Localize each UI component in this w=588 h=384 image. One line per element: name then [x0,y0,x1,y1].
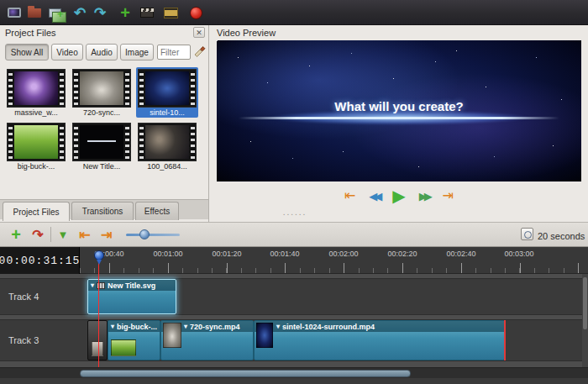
timeline-horizontal-scrollbar[interactable] [0,367,588,378]
video-preview-screen[interactable]: What will you create? [217,40,581,181]
undo-icon[interactable]: ↶ [71,3,89,22]
toolbar-separator [50,227,51,242]
tab-effects[interactable]: Effects [135,202,179,220]
next-marker-button[interactable]: ⇥ [97,225,116,244]
open-project-icon[interactable] [25,3,44,22]
vertical-scrollbar-thumb[interactable] [583,277,587,329]
razor-tool-button[interactable]: ▼ [54,225,72,244]
clip-thumbnail [92,341,103,356]
zoom-scale-label: 20 seconds [538,231,585,241]
clip-name: 720-sync.mp4 [190,323,240,331]
record-circle-icon [190,7,202,19]
splitter-handle[interactable]: ...... [282,210,307,215]
clip-sintel[interactable]: ▾ sintel-1024-surround.mp4 [254,320,505,360]
filter-input[interactable] [157,45,191,60]
filter-audio-button[interactable]: Audio [86,44,118,60]
thumbnail-image [145,71,189,105]
razor-icon: ▼ [58,229,69,241]
tab-project-files[interactable]: Project Files [3,202,70,221]
playhead-line [98,262,99,367]
openshot-window: + ↶ ↷ + Project Files ✕ Show All Video A… [0,0,588,384]
panel-divider[interactable] [208,25,209,222]
file-name: massive_w... [5,108,67,117]
snap-icon: ↷ [32,227,43,243]
save-project-icon[interactable]: + [45,3,64,22]
project-file-item[interactable]: New Title... [71,121,133,171]
zoom-slider-handle[interactable] [139,229,150,239]
main-toolbar: + ↶ ↷ + [0,0,588,25]
clip-trim-edge-marker[interactable] [504,320,506,360]
zoom-slider-track[interactable] [126,234,180,236]
brush-svg [193,44,207,59]
clip-name: big-buck-... [117,323,157,331]
jump-end-button[interactable]: ⇥ [443,189,454,203]
rewind-button[interactable]: ◀◀ [369,191,379,202]
transport-controls: ⇤ ◀◀ ▶ ▶▶ ⇥ [210,185,588,207]
project-file-item[interactable]: 720-sync... [71,67,133,118]
thumbnail-image [80,71,123,105]
redo-arrow-glyph: ↷ [94,6,106,20]
thumbnail-image [80,125,123,159]
add-track-button[interactable]: + [7,225,25,244]
horizontal-scrollbar-thumb[interactable] [80,370,411,377]
clapperboard-icon [140,8,154,18]
clip-header: ▾ big-buck-... [108,321,160,332]
project-file-item[interactable]: big-buck-... [5,121,67,171]
jump-start-button[interactable]: ⇤ [344,189,355,203]
choose-profile-icon[interactable] [138,3,156,22]
file-name: sintel-10... [136,108,198,117]
photos-icon: + [49,8,61,18]
play-button[interactable]: ▶ [392,187,405,204]
file-name: big-buck-... [5,162,67,171]
lens-flare-core [239,117,559,119]
ruler-mark: 00:03:00 [504,250,533,258]
file-thumbnail [138,69,197,108]
clip-thumbnail [111,339,136,356]
stars-decoration [217,40,218,41]
clip-small[interactable] [87,320,108,360]
timeline-vertical-scrollbar[interactable] [582,274,588,367]
monitor-icon [8,8,21,18]
chevron-down-icon[interactable]: ▾ [184,324,187,330]
clip-name: New Title.svg [108,281,155,290]
filter-video-button[interactable]: Video [51,44,83,60]
project-files-close-button[interactable]: ✕ [193,27,205,38]
file-thumbnail [138,123,197,161]
clip-new-title[interactable]: ▾ New Title.svg [87,279,176,314]
ruler-mark: 00:02:20 [387,250,417,258]
snapping-toggle-button[interactable]: ↷ [29,225,47,244]
previous-marker-button[interactable]: ⇤ [76,225,94,244]
track-label: Track 3 [8,335,39,345]
project-file-item[interactable]: 100_0684... [136,121,198,171]
ruler-mark: 00:01:00 [153,250,182,258]
filter-show-all-button[interactable]: Show All [5,44,49,60]
clear-filter-brush-icon[interactable] [193,44,207,59]
file-thumbnail [72,69,131,108]
zoom-scale-icon [521,228,533,240]
fullscreen-icon[interactable] [161,3,180,22]
import-files-icon[interactable]: + [116,3,134,22]
ruler-mark: 00:02:40 [446,250,475,258]
fast-forward-button[interactable]: ▶▶ [419,191,429,202]
chevron-down-icon[interactable]: ▾ [91,282,94,289]
new-project-icon[interactable] [5,3,24,22]
chevron-down-icon[interactable]: ▾ [276,324,280,330]
clip-big-buck[interactable]: ▾ big-buck-... [108,320,160,360]
export-video-icon[interactable] [186,3,205,22]
file-thumbnail [7,69,66,108]
project-file-item[interactable]: massive_w... [5,67,67,118]
video-overlay-text: What will you create? [217,99,581,113]
timecode-display: 00:00:31:15 [0,247,80,274]
clip-720-sync[interactable]: ▾ 720-sync.mp4 [160,320,254,360]
file-thumbnail [72,123,131,161]
chevron-down-icon[interactable]: ▾ [111,324,114,330]
filter-image-button[interactable]: Image [120,44,154,60]
ruler-mark: 00:02:00 [328,250,358,258]
project-file-item-selected[interactable]: sintel-10... [136,67,198,118]
clip-header: ▾ New Title.svg [88,280,176,291]
previous-marker-icon: ⇤ [79,227,90,243]
redo-icon[interactable]: ↷ [91,3,109,22]
clip-thumbnail [163,323,181,348]
timeline-ruler[interactable]: 00:00:40 00:01:00 00:01:20 00:01:40 00:0… [80,247,588,274]
tab-transitions[interactable]: Transitions [71,202,134,220]
